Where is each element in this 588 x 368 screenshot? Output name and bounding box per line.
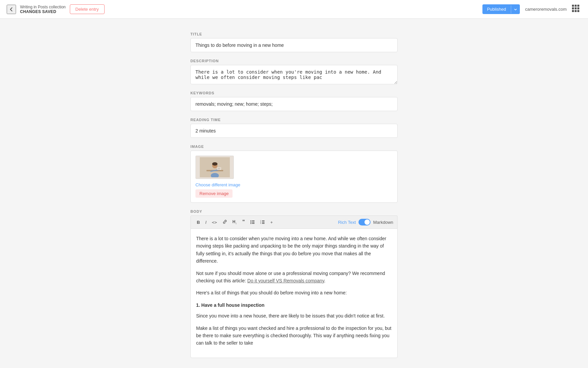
svg-point-11 [250, 221, 251, 222]
publish-button[interactable]: Published [482, 4, 520, 14]
main-content: TITLE DESCRIPTION There is a lot to cons… [0, 19, 588, 368]
italic-button[interactable]: I [203, 218, 208, 226]
bullet-list-button[interactable] [248, 218, 257, 226]
code-button[interactable]: <> [210, 218, 219, 226]
image-box: Choose different image Remove image [190, 151, 398, 203]
body-para-3: Here's a list of things that you should … [196, 289, 392, 296]
toolbar-right: Rich Text Markdown [338, 219, 393, 225]
bold-button[interactable]: B [195, 218, 202, 226]
title-input[interactable] [190, 38, 398, 52]
body-para-4: Since you move into a new house, there a… [196, 312, 392, 319]
reading-time-section: READING TIME [190, 118, 398, 138]
description-input[interactable]: There is a lot to consider when you're m… [190, 65, 398, 84]
editor-content[interactable]: There is a lot to consider when you're m… [190, 228, 398, 358]
header: Writing in Posts collection CHANGES SAVE… [0, 0, 588, 19]
delete-entry-button[interactable]: Delete entry [70, 4, 105, 14]
link-button[interactable] [220, 218, 229, 226]
svg-rect-18 [262, 222, 265, 222]
svg-rect-6 [217, 167, 221, 170]
description-label: DESCRIPTION [190, 59, 398, 63]
editor-toolbar: B I <> H↓ " [190, 215, 398, 228]
rich-text-toggle[interactable] [358, 219, 371, 225]
site-domain: cameroremovals.com [525, 7, 567, 12]
reading-time-input[interactable] [190, 124, 398, 138]
heading-button[interactable]: H↓ [231, 218, 239, 226]
svg-rect-14 [252, 223, 255, 224]
body-section: BODY B I <> H↓ " [190, 209, 398, 358]
form-content: TITLE DESCRIPTION There is a lot to cons… [190, 32, 398, 358]
svg-text:3.: 3. [260, 222, 261, 224]
svg-rect-16 [262, 220, 265, 221]
image-label: IMAGE [190, 145, 398, 149]
body-para-1: There is a lot to consider when you're m… [196, 235, 392, 265]
image-actions: Choose different image Remove image [195, 182, 393, 198]
title-section: TITLE [190, 32, 398, 52]
publish-chevron-icon[interactable] [511, 5, 520, 13]
svg-rect-10 [252, 220, 255, 221]
ordered-list-button[interactable]: 1. 2. 3. [258, 218, 267, 226]
body-para-2-suffix: . [324, 278, 325, 283]
image-preview-inner [196, 156, 234, 179]
keywords-section: KEYWORDS [190, 91, 398, 111]
image-section: IMAGE [190, 145, 398, 203]
svg-rect-20 [262, 223, 265, 224]
header-right: Published cameroremovals.com [482, 4, 581, 14]
reading-time-label: READING TIME [190, 118, 398, 122]
changes-saved-label: CHANGES SAVED [20, 9, 66, 14]
editor-wrapper: B I <> H↓ " [190, 215, 398, 358]
body-label: BODY [190, 209, 398, 213]
image-preview [195, 156, 234, 179]
markdown-label: Markdown [373, 220, 393, 225]
keywords-label: KEYWORDS [190, 91, 398, 95]
description-section: DESCRIPTION There is a lot to consider w… [190, 59, 398, 84]
grid-menu-icon[interactable] [572, 5, 581, 14]
more-button[interactable]: + [268, 218, 275, 226]
svg-rect-12 [252, 222, 255, 222]
body-para-2: Not sure if you should move alone or use… [196, 270, 392, 285]
choose-different-image-button[interactable]: Choose different image [195, 182, 393, 187]
toggle-knob [364, 219, 370, 225]
title-label: TITLE [190, 32, 398, 36]
body-heading-1: 1. Have a full house inspection [196, 301, 392, 309]
svg-point-13 [250, 223, 251, 224]
breadcrumb-top: Writing in Posts collection [20, 5, 66, 9]
keywords-input[interactable] [190, 97, 398, 111]
remove-image-button[interactable]: Remove image [195, 189, 233, 198]
svg-point-4 [212, 162, 217, 166]
svg-point-9 [250, 220, 251, 221]
body-para-2-link[interactable]: Do it yourself VS Removals company [247, 278, 324, 283]
back-button[interactable] [7, 5, 16, 14]
quote-button[interactable]: " [240, 218, 247, 226]
body-para-5: Make a list of things you want checked a… [196, 325, 392, 347]
breadcrumb: Writing in Posts collection CHANGES SAVE… [20, 5, 66, 14]
rich-text-label: Rich Text [338, 220, 356, 225]
publish-label: Published [482, 4, 511, 14]
header-left: Writing in Posts collection CHANGES SAVE… [7, 4, 245, 14]
